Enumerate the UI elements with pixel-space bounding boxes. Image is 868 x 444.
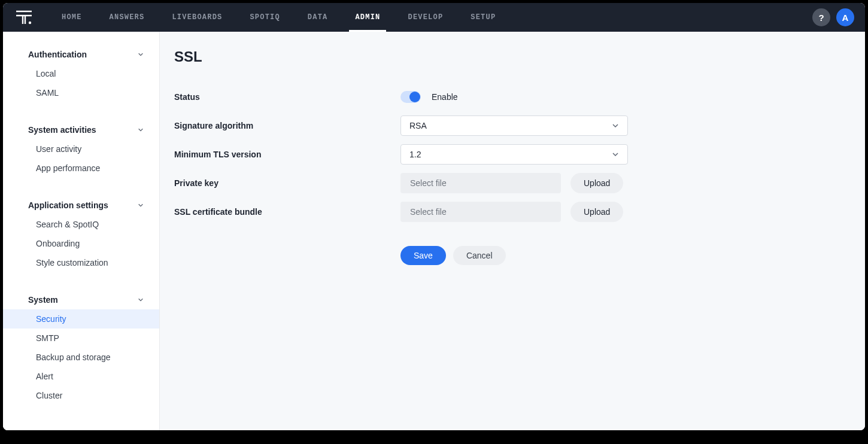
nav-link-data[interactable]: DATA	[308, 3, 328, 32]
label-ssl-bundle: SSL certificate bundle	[174, 207, 400, 217]
chevron-down-icon	[138, 202, 144, 208]
label-private-key: Private key	[174, 178, 400, 188]
select-value: 1.2	[409, 150, 421, 159]
app-frame: HOMEANSWERSLIVEBOARDSSPOTIQDATAADMINDEVE…	[3, 3, 865, 430]
nav-link-setup[interactable]: SETUP	[471, 3, 496, 32]
cancel-button[interactable]: Cancel	[453, 246, 506, 265]
sidebar-section-title: System activities	[28, 125, 96, 135]
sidebar-item-cluster[interactable]: Cluster	[3, 386, 159, 405]
sidebar-item-search-spotiq[interactable]: Search & SpotIQ	[3, 215, 159, 234]
sidebar-item-backup-and-storage[interactable]: Backup and storage	[3, 348, 159, 367]
sidebar-section-title: Authentication	[28, 50, 87, 59]
brand-logo-icon	[15, 10, 33, 25]
body-area: AuthenticationLocalSAMLSystem activities…	[3, 32, 865, 430]
sidebar-section-header[interactable]: System activities	[3, 120, 159, 139]
upload-button-ssl-bundle[interactable]: Upload	[570, 202, 623, 222]
chevron-down-icon	[612, 151, 619, 158]
nav-link-develop[interactable]: DEVELOP	[408, 3, 443, 32]
sidebar-section-title: System	[28, 295, 58, 305]
sidebar-section: Application settingsSearch & SpotIQOnboa…	[3, 196, 159, 272]
sidebar-section: System activitiesUser activityApp perfor…	[3, 120, 159, 178]
avatar-button[interactable]: A	[836, 8, 854, 26]
sidebar-item-alert[interactable]: Alert	[3, 367, 159, 386]
top-nav: HOMEANSWERSLIVEBOARDSSPOTIQDATAADMINDEVE…	[3, 3, 865, 32]
file-input-ssl-bundle[interactable]: Select file	[400, 202, 561, 222]
row-tls-version: Minimum TLS version 1.2	[174, 144, 841, 165]
chevron-down-icon	[138, 297, 144, 303]
sidebar-section: SystemSecuritySMTPBackup and storageAler…	[3, 290, 159, 405]
sidebar: AuthenticationLocalSAMLSystem activities…	[3, 32, 160, 430]
sidebar-item-user-activity[interactable]: User activity	[3, 139, 159, 159]
file-input-private-key[interactable]: Select file	[400, 173, 561, 193]
chevron-down-icon	[138, 51, 144, 57]
nav-link-admin[interactable]: ADMIN	[355, 3, 380, 32]
upload-button-private-key[interactable]: Upload	[570, 173, 623, 193]
label-signature-algorithm: Signature algorithm	[174, 121, 400, 130]
select-value: RSA	[409, 121, 427, 130]
sidebar-item-onboarding[interactable]: Onboarding	[3, 234, 159, 253]
sidebar-item-style-customization[interactable]: Style customization	[3, 253, 159, 272]
page-title: SSL	[174, 48, 841, 65]
sidebar-item-app-performance[interactable]: App performance	[3, 159, 159, 178]
status-value-label: Enable	[432, 92, 458, 102]
status-toggle[interactable]	[400, 91, 421, 103]
main-content: SSL Status Enable Signature algorithm RS…	[160, 32, 865, 430]
row-private-key: Private key Select file Upload	[174, 173, 841, 193]
sidebar-item-smtp[interactable]: SMTP	[3, 329, 159, 348]
chevron-down-icon	[612, 122, 619, 129]
chevron-down-icon	[138, 127, 144, 133]
sidebar-section: AuthenticationLocalSAML	[3, 45, 159, 102]
nav-link-liveboards[interactable]: LIVEBOARDS	[172, 3, 222, 32]
nav-link-spotiq[interactable]: SPOTIQ	[250, 3, 280, 32]
row-status: Status Enable	[174, 87, 841, 107]
nav-link-home[interactable]: HOME	[62, 3, 82, 32]
row-ssl-bundle: SSL certificate bundle Select file Uploa…	[174, 202, 841, 222]
nav-links: HOMEANSWERSLIVEBOARDSSPOTIQDATAADMINDEVE…	[62, 3, 496, 32]
save-button[interactable]: Save	[400, 246, 446, 265]
nav-link-answers[interactable]: ANSWERS	[110, 3, 145, 32]
nav-right: ? A	[812, 8, 854, 26]
sidebar-item-saml[interactable]: SAML	[3, 83, 159, 102]
status-control: Enable	[400, 91, 628, 103]
svg-point-4	[29, 22, 31, 24]
toggle-knob	[409, 92, 420, 102]
label-status: Status	[174, 92, 400, 102]
sidebar-item-security[interactable]: Security	[3, 309, 159, 329]
select-tls-version[interactable]: 1.2	[400, 144, 628, 165]
sidebar-section-header[interactable]: System	[3, 290, 159, 309]
sidebar-item-local[interactable]: Local	[3, 64, 159, 83]
select-signature-algorithm[interactable]: RSA	[400, 115, 628, 136]
sidebar-section-header[interactable]: Authentication	[3, 45, 159, 64]
form-actions: Save Cancel	[400, 246, 841, 265]
row-signature-algorithm: Signature algorithm RSA	[174, 115, 841, 136]
sidebar-section-title: Application settings	[28, 200, 108, 210]
label-tls-version: Minimum TLS version	[174, 150, 400, 159]
sidebar-section-header[interactable]: Application settings	[3, 196, 159, 215]
help-button[interactable]: ?	[812, 8, 830, 26]
